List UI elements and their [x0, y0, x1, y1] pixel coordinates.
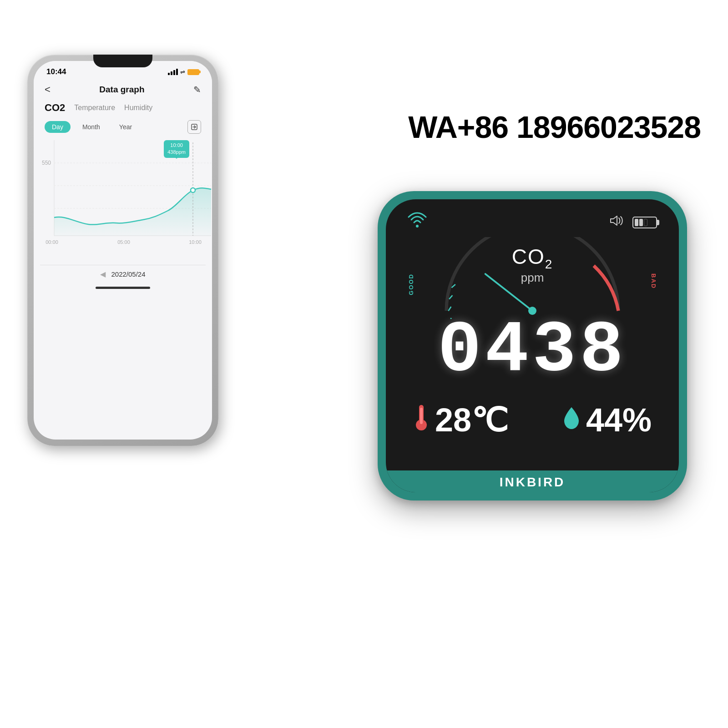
watermark-text: WA+86 18966023528	[408, 109, 701, 145]
tab-co2[interactable]: CO2	[45, 102, 65, 114]
range-year-button[interactable]: Year	[112, 121, 139, 133]
date-bar: ◀ 2022/05/24	[40, 265, 206, 283]
phone-notch	[93, 55, 152, 67]
chart-tooltip: 10:00 438ppm	[164, 140, 189, 158]
device-screen: CO2 ppm GOOD BAD 0438	[386, 199, 679, 492]
device-right-icons	[609, 214, 657, 230]
svg-text:00:00: 00:00	[46, 239, 58, 245]
gauge-bad-label: BAD	[650, 273, 657, 289]
edit-button[interactable]: ✎	[193, 84, 201, 95]
date-display: 2022/05/24	[111, 270, 145, 278]
svg-rect-26	[420, 408, 423, 424]
measurement-tabs: CO2 Temperature Humidity	[34, 98, 212, 117]
gauge-good-label: GOOD	[408, 273, 415, 295]
svg-line-19	[448, 307, 451, 311]
tab-temperature[interactable]: Temperature	[74, 104, 115, 112]
thermometer-icon	[413, 404, 430, 436]
phone-screen: 10:44 ⇌ < Data g	[34, 61, 212, 440]
co2-title: CO2	[512, 246, 553, 271]
signal-icon	[168, 69, 178, 75]
phone: 10:44 ⇌ < Data g	[27, 55, 218, 446]
device-sound-icon	[609, 214, 623, 230]
wifi-icon: ⇌	[180, 69, 185, 76]
home-indicator	[96, 287, 150, 289]
gauge-section: CO2 ppm GOOD BAD	[386, 237, 679, 319]
co2-sub: ppm	[512, 271, 553, 285]
nav-bar: < Data graph ✎	[34, 81, 212, 98]
svg-line-18	[449, 318, 452, 319]
device-top-icons	[386, 199, 679, 237]
status-time: 10:44	[46, 67, 66, 76]
device-body: CO2 ppm GOOD BAD 0438	[378, 191, 687, 500]
temperature-reading: 28℃	[413, 401, 508, 439]
phone-body: 10:44 ⇌ < Data g	[27, 55, 218, 446]
date-prev-button[interactable]: ◀	[100, 270, 106, 278]
tooltip-value: 438ppm	[167, 149, 186, 156]
humidity-icon	[562, 405, 581, 435]
time-range-selector: Day Month Year	[34, 117, 212, 136]
svg-point-8	[191, 188, 195, 192]
export-button[interactable]	[187, 120, 201, 134]
svg-point-12	[416, 225, 419, 228]
svg-text:10:00: 10:00	[189, 239, 202, 245]
device-wifi-icon	[408, 212, 427, 233]
battery-icon	[187, 69, 199, 75]
tooltip-time: 10:00	[167, 142, 186, 149]
bottom-readings: 28℃ 44%	[386, 392, 679, 453]
co2-reading: 0438	[438, 314, 627, 387]
range-day-button[interactable]: Day	[45, 121, 71, 133]
co2-label-block: CO2 ppm	[512, 246, 553, 285]
status-icons: ⇌	[168, 69, 199, 76]
device-battery-icon	[632, 217, 657, 228]
temperature-value: 28℃	[435, 401, 508, 439]
svg-text:550: 550	[42, 160, 51, 166]
svg-text:05:00: 05:00	[117, 239, 130, 245]
tab-humidity[interactable]: Humidity	[124, 104, 152, 112]
range-month-button[interactable]: Month	[75, 121, 107, 133]
humidity-value: 44%	[586, 401, 652, 439]
back-button[interactable]: <	[45, 84, 51, 96]
svg-point-23	[528, 307, 536, 315]
chart-container: 10:00 438ppm 550	[34, 136, 212, 265]
brand-label: INKBIRD	[386, 470, 679, 492]
page-title: Data graph	[99, 85, 144, 95]
svg-line-20	[449, 295, 452, 299]
inkbird-device: CO2 ppm GOOD BAD 0438	[378, 191, 687, 500]
humidity-reading: 44%	[562, 401, 652, 439]
